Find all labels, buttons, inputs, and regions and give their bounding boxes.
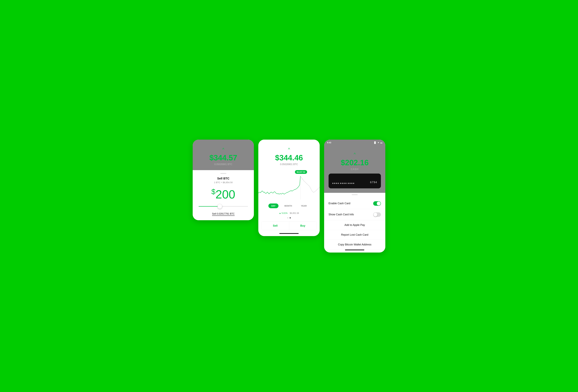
slider-track <box>199 206 248 207</box>
screen1-top: ^ $344.57 0.05026901 BTC <box>193 140 254 170</box>
battery-icon: ▬ <box>380 141 382 144</box>
sheet-handle <box>220 173 226 174</box>
cash-balance: $202.16 <box>341 158 369 167</box>
screen2-top: ^ $344.46 0.05026901 BTC <box>258 140 320 169</box>
card-dot <box>343 183 345 184</box>
show-cash-card-info-row[interactable]: Show Cash Card Info <box>324 209 385 220</box>
sheet-handle-area <box>324 193 385 198</box>
tab-month[interactable]: MONTH <box>282 203 295 208</box>
card-dot <box>332 183 334 184</box>
chart-stats: ▲ 5.01% $6,852.38 <box>258 210 320 216</box>
btc-balance: $344.46 <box>275 153 303 162</box>
chart-area: $6,637.92 <box>258 169 320 201</box>
card-dot <box>349 183 351 184</box>
slider-thumb[interactable] <box>218 204 222 209</box>
sell-button[interactable]: Sell <box>261 222 289 230</box>
screens-container: ^ $344.57 0.05026901 BTC Sell BTC 1 BTC … <box>193 140 385 252</box>
status-time: 9:43 <box>327 141 331 144</box>
wifi-icon: ▼ <box>377 141 379 144</box>
sell-btc-screen: ^ $344.57 0.05026901 BTC Sell BTC 1 BTC … <box>193 140 254 220</box>
sell-amount-display: $200 <box>211 188 235 200</box>
toggle-knob <box>377 201 381 205</box>
card-dot <box>348 183 349 184</box>
enable-cash-card-label: Enable Cash Card <box>329 202 350 205</box>
screen3-top: ^ $202.16 CASH <box>324 145 385 193</box>
cash-card: 6794 <box>329 174 381 188</box>
status-icons: ▐▌ ▼ ▬ <box>374 141 382 144</box>
home-indicator <box>279 233 299 234</box>
chart-tooltip: $6,637.92 <box>295 170 307 174</box>
sell-bottom-sheet: Sell BTC 1 BTC = $6,854.50 $200 Sell 0.0… <box>193 170 254 220</box>
card-dot <box>336 183 337 184</box>
dot-1 <box>287 217 289 218</box>
sell-rate: 1 BTC = $6,854.50 <box>214 181 233 184</box>
card-dot <box>342 183 343 184</box>
dollar-sign: $ <box>211 188 215 196</box>
chevron-up-icon[interactable]: ^ <box>288 147 290 152</box>
btc-chart-screen: ^ $344.46 0.05026901 BTC $6,637.92 DAY M… <box>258 140 320 236</box>
chevron-up-icon[interactable]: ^ <box>354 152 356 157</box>
sell-btc-underline-text: Sell 0.02917791 BTC <box>212 212 235 216</box>
sell-title: Sell BTC <box>217 177 229 180</box>
tab-year[interactable]: YEAR <box>298 203 310 208</box>
copy-bitcoin-wallet-label: Copy Bitcoin Wallet Address <box>338 243 371 246</box>
price-chart <box>258 170 320 200</box>
cash-label: CASH <box>351 168 358 171</box>
toggle-knob <box>374 213 377 217</box>
home-indicator <box>345 249 364 250</box>
btc-amount: 0.05026901 BTC <box>280 163 298 166</box>
sell-btc-label: Sell 0.02917791 BTC <box>212 212 235 216</box>
card-dots <box>332 183 354 184</box>
buy-button[interactable]: Buy <box>289 222 317 230</box>
btc-balance: $344.57 <box>209 153 237 162</box>
card-dot <box>340 183 341 184</box>
status-bar: 9:43 ▐▌ ▼ ▬ <box>324 140 385 145</box>
card-dot <box>345 183 346 184</box>
chevron-up-icon[interactable]: ^ <box>222 147 224 152</box>
tab-day[interactable]: DAY <box>268 203 279 208</box>
stat-percent: ▲ 5.01% <box>279 212 288 214</box>
sheet-handle <box>352 194 358 195</box>
cash-card-screen: 9:43 ▐▌ ▼ ▬ ^ $202.16 CASH <box>324 140 385 252</box>
card-dot <box>337 183 339 184</box>
signal-icon: ▐▌ <box>374 141 377 144</box>
sell-amount-number: 200 <box>215 188 235 201</box>
dot-2 <box>289 217 291 218</box>
card-dot <box>334 183 335 184</box>
action-buttons: Sell Buy <box>261 221 317 230</box>
page-dots <box>258 216 320 220</box>
stat-price: $6,852.38 <box>290 212 299 214</box>
report-lost-card-row[interactable]: Report Lost Cash Card <box>324 230 385 240</box>
show-cash-card-info-label: Show Cash Card Info <box>329 213 354 216</box>
card-dot-group-3 <box>348 183 354 184</box>
add-apple-pay-label: Add to Apple Pay <box>344 224 365 227</box>
enable-cash-card-row[interactable]: Enable Cash Card <box>324 198 385 209</box>
add-apple-pay-row[interactable]: Add to Apple Pay <box>324 220 385 230</box>
copy-bitcoin-wallet-row[interactable]: Copy Bitcoin Wallet Address <box>324 240 385 249</box>
time-tabs: DAY MONTH YEAR <box>258 201 320 210</box>
card-dot <box>351 183 352 184</box>
enable-cash-card-toggle[interactable] <box>373 201 381 206</box>
sell-slider[interactable] <box>197 206 249 207</box>
btc-amount: 0.05026901 BTC <box>214 163 232 166</box>
card-dot-group-2 <box>340 183 346 184</box>
settings-sheet: Enable Cash Card Show Cash Card Info Add… <box>324 198 385 249</box>
card-last4: 6794 <box>370 181 377 184</box>
card-dot-group-1 <box>332 183 339 184</box>
report-lost-card-label: Report Lost Cash Card <box>341 233 368 236</box>
show-cash-card-info-toggle[interactable] <box>373 212 381 217</box>
card-dot <box>353 183 354 184</box>
